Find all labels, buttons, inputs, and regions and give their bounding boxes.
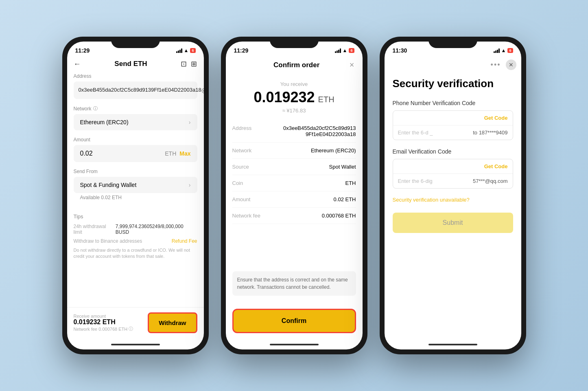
home-indicator-3: [385, 340, 521, 349]
confirm-button[interactable]: Confirm: [232, 309, 356, 333]
wifi-icon-2: ▲: [343, 48, 348, 53]
email-input-row: Enter the 6-dig 57***@qq.com: [393, 174, 513, 188]
amount-label: Amount: [74, 137, 197, 143]
status-time-1: 11:29: [75, 47, 90, 54]
detail-amount: Amount 0.02 ETH: [232, 191, 356, 208]
amount-input[interactable]: 0.02 ETH Max: [74, 145, 197, 162]
order-details: Address 0x3eeB455da20cf2C5c89d9139Ff1eE0…: [226, 120, 363, 265]
confirm-btn-area: Confirm: [226, 302, 363, 340]
detail-val-coin: ETH: [345, 180, 356, 186]
chevron-right-icon-2: ›: [189, 182, 191, 188]
email-input-placeholder[interactable]: Enter the 6-dig: [398, 178, 473, 184]
binance-address-row: Withdraw to Binance addresses Refund Fee: [74, 238, 197, 244]
phone-confirm-order: 11:29 ▲ 6 Confirm order ×: [221, 37, 367, 354]
battery-badge-2: 6: [349, 48, 354, 53]
address-book-icon[interactable]: ⊞: [191, 59, 197, 68]
withdrawal-limit-row: 24h withdrawal limit 7,999,974.23605249/…: [74, 224, 197, 235]
home-indicator-1: [67, 340, 204, 349]
phone-send-eth: 11:29 ▲ 6 ← Send ETH ⊡: [62, 37, 209, 354]
phone-verification-section: Phone Number Verification Code Get Code …: [393, 100, 513, 140]
status-icons-2: ▲ 6: [335, 48, 354, 53]
detail-val-amount: 0.02 ETH: [334, 196, 356, 202]
header-icons: ⊡ ⊞: [181, 59, 197, 68]
detail-key-coin: Coin: [232, 180, 243, 186]
email-code-input-box: Get Code Enter the 6-dig 57***@qq.com: [393, 159, 513, 189]
send-from-value: Spot & Funding Wallet: [80, 182, 137, 188]
amount-value: 0.02: [80, 150, 93, 157]
detail-coin: Coin ETH: [232, 175, 356, 191]
send-from-section: Send From Spot & Funding Wallet › Availa…: [67, 169, 204, 207]
back-button[interactable]: ←: [74, 60, 81, 68]
detail-val-source: Spot Wallet: [329, 164, 356, 170]
detail-key-fee: Network fee: [232, 213, 260, 219]
confirm-title: Confirm order: [273, 61, 319, 69]
detail-key-source: Source: [232, 164, 249, 170]
receive-label: Receive amount: [74, 314, 133, 319]
detail-network: Network Ethereum (ERC20): [232, 143, 356, 159]
status-icons-3: ▲ 6: [494, 48, 513, 53]
phone-get-code-row: Get Code: [393, 111, 513, 125]
security-close-button[interactable]: ✕: [506, 59, 516, 70]
amount-section: Amount 0.02 ETH Max: [67, 137, 204, 169]
withdraw-button[interactable]: Withdraw: [148, 312, 197, 333]
status-time-3: 11:30: [393, 47, 407, 54]
email-hint: 57***@qq.com: [473, 178, 507, 184]
detail-source: Source Spot Wallet: [232, 159, 356, 175]
send-from-selector[interactable]: Spot & Funding Wallet ›: [74, 177, 197, 193]
send-eth-header: ← Send ETH ⊡ ⊞: [67, 56, 204, 73]
security-top-bar: ••• ✕: [385, 56, 521, 73]
detail-address: Address 0x3eeB455da20cf2C5c89d9139Ff1eE0…: [232, 120, 356, 143]
signal-icon-2: [335, 48, 341, 53]
address-label: Address: [67, 73, 204, 81]
scan-icon[interactable]: ◎: [201, 86, 204, 94]
receive-fiat: ≈ ¥176.83: [234, 108, 354, 114]
security-title: Security verification: [393, 77, 513, 90]
receive-info: Receive amount 0.019232 ETH Network fee …: [74, 314, 133, 332]
detail-key-address: Address: [232, 125, 252, 137]
email-verification-section: Email Verification Code Get Code Enter t…: [393, 148, 513, 189]
detail-fee: Network fee 0.000768 ETH: [232, 208, 356, 224]
status-time-2: 11:29: [234, 47, 249, 54]
receive-big-num: 0.019232: [254, 89, 315, 106]
signal-icon: [176, 48, 182, 53]
detail-key-amount: Amount: [232, 196, 251, 202]
phone-input-placeholder[interactable]: Enter the 6-d _: [398, 130, 473, 136]
dots-menu-icon[interactable]: •••: [491, 61, 501, 69]
network-selector[interactable]: Ethereum (ERC20) ›: [74, 114, 197, 130]
refund-fee-link[interactable]: Refund Fee: [172, 238, 197, 244]
submit-button[interactable]: Submit: [393, 213, 513, 233]
wifi-icon-3: ▲: [501, 48, 506, 53]
security-unavailable-link[interactable]: Security verification unavailable?: [393, 197, 513, 203]
receive-big-amount: 0.019232 ETH: [234, 89, 354, 106]
chevron-right-icon: ›: [189, 119, 191, 125]
max-button[interactable]: Max: [179, 150, 190, 157]
close-button[interactable]: ×: [350, 60, 354, 70]
phone-hint: to 187****9409: [473, 130, 507, 136]
receive-amount: 0.019232 ETH: [74, 319, 133, 326]
signal-icon-3: [494, 48, 500, 53]
phone-input-row: Enter the 6-d _ to 187****9409: [393, 125, 513, 140]
email-get-code-row: Get Code: [393, 159, 513, 174]
battery-badge-1: 6: [190, 48, 195, 53]
email-get-code-button[interactable]: Get Code: [484, 163, 508, 169]
phone-get-code-button[interactable]: Get Code: [484, 115, 508, 121]
detail-val-address: 0x3eeB455da20cf2C5c89d9139Ff1eE04D22003a…: [283, 125, 356, 137]
send-from-label: Send From: [74, 169, 197, 174]
info-icon: ⓘ: [93, 105, 98, 112]
network-label: Network ⓘ: [67, 105, 204, 114]
confirm-screen: Confirm order × You receive 0.019232 ETH…: [226, 56, 363, 340]
qr-scan-icon[interactable]: ⊡: [181, 59, 187, 68]
network-value: Ethereum (ERC20): [80, 119, 129, 125]
available-amount: Available 0.02 ETH: [74, 193, 197, 200]
phone-code-input-box: Get Code Enter the 6-d _ to 187****9409: [393, 110, 513, 140]
binance-address-label: Withdraw to Binance addresses: [74, 238, 142, 244]
withdrawal-limit-label: 24h withdrawal limit: [74, 224, 116, 235]
withdrawal-limit-value: 7,999,974.23605249/8,000,000 BUSD: [116, 224, 197, 235]
address-input[interactable]: 0x3eeB455da20cf2C5c89d9139Ff1eE04D22003a…: [74, 81, 197, 99]
detail-key-network: Network: [232, 147, 252, 154]
detail-val-fee: 0.000768 ETH: [322, 213, 356, 219]
send-eth-screen: ← Send ETH ⊡ ⊞ Address 0x3eeB455da20cf2C…: [67, 56, 204, 307]
security-content: Security verification Phone Number Verif…: [385, 73, 521, 340]
status-icons-1: ▲ 6: [176, 48, 196, 53]
email-verif-label: Email Verification Code: [393, 148, 513, 155]
